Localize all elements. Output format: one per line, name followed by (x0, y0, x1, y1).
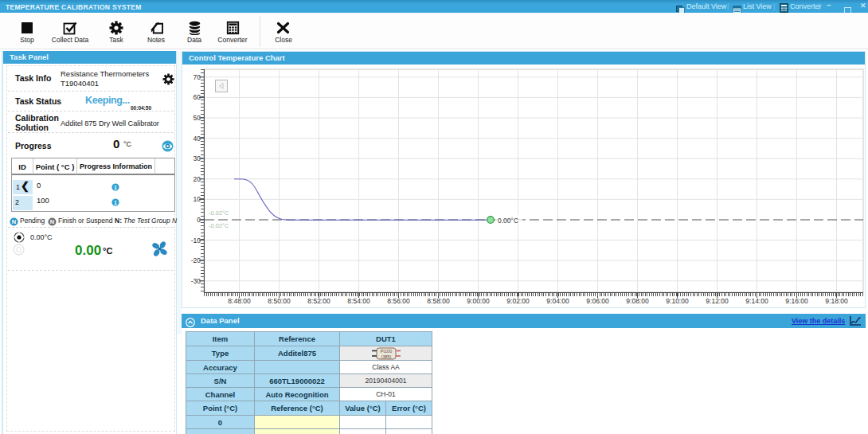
svg-text:9:06:00: 9:06:00 (586, 297, 609, 305)
svg-text:9:12:00: 9:12:00 (706, 297, 729, 305)
svg-text:-0.02°C: -0.02°C (209, 209, 229, 217)
svg-text:9:18:00: 9:18:00 (825, 297, 848, 305)
svg-text:8:50:00: 8:50:00 (268, 297, 291, 305)
svg-text:9:14:00: 9:14:00 (745, 297, 768, 305)
svg-text:8:58:00: 8:58:00 (427, 297, 450, 305)
svg-text:9:08:00: 9:08:00 (626, 297, 649, 305)
svg-text:0.00°C: 0.00°C (498, 217, 518, 225)
svg-text:(385): (385) (381, 354, 391, 358)
svg-text:8:52:00: 8:52:00 (307, 297, 330, 305)
svg-text:1: 1 (114, 200, 117, 205)
svg-text:8:54:00: 8:54:00 (347, 297, 370, 305)
svg-text:8:56:00: 8:56:00 (387, 297, 410, 305)
svg-text:9:04:00: 9:04:00 (546, 297, 569, 305)
svg-text:9:16:00: 9:16:00 (785, 297, 808, 305)
svg-text:9:00:00: 9:00:00 (467, 297, 490, 305)
svg-text:8:48:00: 8:48:00 (228, 297, 251, 305)
svg-text:Pt100: Pt100 (380, 349, 391, 354)
svg-text:1: 1 (114, 185, 117, 190)
svg-text:N: N (50, 218, 54, 225)
svg-text:N: N (12, 218, 16, 225)
svg-text:9:10:00: 9:10:00 (666, 297, 689, 305)
svg-text:-0.02°C: -0.02°C (209, 222, 229, 229)
svg-text:9:02:00: 9:02:00 (506, 297, 530, 305)
